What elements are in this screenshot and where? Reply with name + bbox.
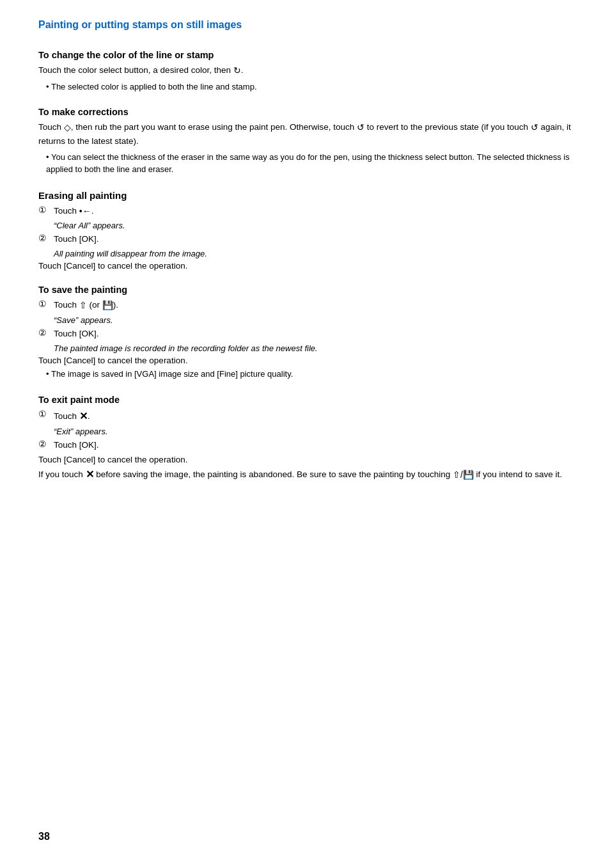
save-extra-note: The image is saved in [VGA] image size a… bbox=[46, 368, 572, 381]
section-erasing: Erasing all painting ① Touch •←. “Clear … bbox=[38, 190, 572, 271]
section-exit-paint: To exit paint mode ① Touch ✕. “Exit” app… bbox=[38, 395, 572, 484]
change-color-note: The selected color is applied to both th… bbox=[46, 81, 572, 93]
erase-step-2-text: Touch [OK]. bbox=[54, 233, 99, 246]
erase-step-1-number: ① bbox=[38, 205, 51, 215]
undo-icon: ↺ bbox=[357, 121, 364, 135]
section-heading-change-color: To change the color of the line or stamp bbox=[38, 50, 572, 60]
save-cancel-note: Touch [Cancel] to cancel the operation. bbox=[38, 356, 572, 365]
save-icons-inline: ⇧/💾 bbox=[453, 468, 474, 482]
section-corrections: To make corrections Touch ◇, then rub th… bbox=[38, 107, 572, 176]
erase-step-1: ① Touch •←. bbox=[38, 205, 572, 219]
section-save-painting: To save the painting ① Touch ⇧ (or 💾). “… bbox=[38, 285, 572, 380]
erase-step-2-sub: All painting will disappear from the ima… bbox=[54, 249, 572, 258]
save-step-1-sub: “Save” appears. bbox=[54, 315, 572, 325]
save-step-2: ② Touch [OK]. bbox=[38, 327, 572, 341]
erase-cancel-note: Touch [Cancel] to cancel the operation. bbox=[38, 261, 572, 271]
exit-step-2-text: Touch [OK]. bbox=[54, 439, 99, 452]
exit-extra-para: If you touch ✕ before saving the image, … bbox=[38, 467, 572, 483]
exit-x-icon-2: ✕ bbox=[86, 467, 94, 483]
corrections-text: Touch ◇, then rub the part you want to e… bbox=[38, 121, 572, 148]
exit-step-1: ① Touch ✕. bbox=[38, 409, 572, 425]
save-up-icon: ⇧ bbox=[79, 299, 87, 313]
save-alt-icon: 💾 bbox=[102, 299, 113, 313]
section-heading-exit-paint: To exit paint mode bbox=[38, 395, 572, 405]
redo-icon: ↻ bbox=[233, 64, 241, 78]
exit-step-1-sub: “Exit” appears. bbox=[54, 427, 572, 436]
erase-step-1-text: Touch •←. bbox=[54, 205, 93, 219]
corrections-note: You can select the thickness of the eras… bbox=[46, 151, 572, 176]
save-step-2-text: Touch [OK]. bbox=[54, 327, 99, 341]
exit-cancel-note: Touch [Cancel] to cancel the operation. bbox=[38, 455, 572, 464]
exit-x-icon: ✕ bbox=[79, 409, 88, 425]
page-title: Painting or putting stamps on still imag… bbox=[38, 19, 572, 31]
exit-step-1-number: ① bbox=[38, 409, 51, 419]
save-step-2-number: ② bbox=[38, 327, 51, 338]
eraser-diamond-icon: ◇ bbox=[64, 121, 71, 135]
exit-step-1-text: Touch ✕. bbox=[54, 409, 90, 425]
save-step-1-number: ① bbox=[38, 299, 51, 309]
section-heading-save-painting: To save the painting bbox=[38, 285, 572, 295]
section-heading-corrections: To make corrections bbox=[38, 107, 572, 117]
erase-step-1-sub: “Clear All” appears. bbox=[54, 221, 572, 230]
save-step-1-text: Touch ⇧ (or 💾). bbox=[54, 299, 118, 313]
change-color-text: Touch the color select button, a desired… bbox=[38, 64, 572, 78]
save-step-1: ① Touch ⇧ (or 💾). bbox=[38, 299, 572, 313]
save-step-2-sub: The painted image is recorded in the rec… bbox=[54, 343, 572, 353]
clear-all-icon: •← bbox=[79, 205, 91, 219]
section-heading-erasing: Erasing all painting bbox=[38, 190, 572, 201]
exit-step-2: ② Touch [OK]. bbox=[38, 439, 572, 452]
exit-step-2-number: ② bbox=[38, 439, 51, 449]
erase-step-2: ② Touch [OK]. bbox=[38, 233, 572, 246]
erase-step-2-number: ② bbox=[38, 233, 51, 243]
section-change-color: To change the color of the line or stamp… bbox=[38, 50, 572, 93]
undo-icon-2: ↺ bbox=[531, 121, 538, 135]
page-number: 38 bbox=[38, 831, 50, 842]
